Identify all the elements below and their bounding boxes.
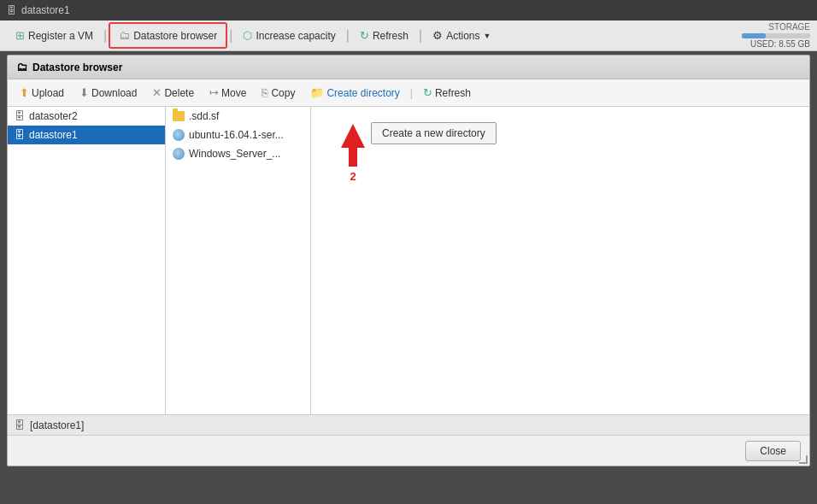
content-area: 🗄 datasoter2 🗄 datastore1 .sdd.sf ubuntu… xyxy=(8,107,809,414)
vm-icon-windows xyxy=(173,148,185,160)
dialog-title-icon: 🗂 xyxy=(16,61,27,73)
storage-bar xyxy=(742,33,810,38)
copy-icon: ⎘ xyxy=(262,86,268,99)
status-db-icon: 🗄 xyxy=(15,419,25,431)
sep1: | xyxy=(102,28,109,44)
download-icon: ⬇ xyxy=(79,86,89,99)
file-list: .sdd.sf ubuntu-16.04.1-ser... Windows_Se… xyxy=(166,107,311,414)
actions-chevron-icon: ▼ xyxy=(483,32,491,40)
datastore-item-datasoter2[interactable]: 🗄 datasoter2 xyxy=(8,107,165,126)
inner-refresh-button[interactable]: ↻ Refresh xyxy=(416,84,478,102)
sep3: | xyxy=(344,28,351,44)
title-bar: 🗄 datastore1 xyxy=(0,0,817,21)
dialog-footer: Close xyxy=(8,435,809,466)
status-text: [datastore1] xyxy=(30,419,84,431)
datastore-item-datastore1[interactable]: 🗄 datastore1 xyxy=(8,126,165,144)
close-button[interactable]: Close xyxy=(745,441,801,461)
actions-icon: ⚙ xyxy=(432,29,443,42)
move-icon: ↦ xyxy=(209,86,219,99)
dialog-title-text: Datastore browser xyxy=(32,62,122,73)
datastore-browser-icon: 🗂 xyxy=(119,29,130,42)
file-item-windows[interactable]: Windows_Server_... xyxy=(166,144,310,163)
register-vm-icon: ⊞ xyxy=(15,29,25,42)
actions-button[interactable]: ⚙ Actions ▼ xyxy=(424,24,499,47)
create-new-directory-tooltip[interactable]: Create a new directory xyxy=(371,122,497,144)
file-item-sdd[interactable]: .sdd.sf xyxy=(166,107,310,126)
increase-capacity-icon: ⬡ xyxy=(243,29,252,42)
delete-button[interactable]: ✕ Delete xyxy=(145,84,201,102)
datastore-browser-button[interactable]: 🗂 Datastore browser xyxy=(109,22,227,49)
inner-sep: | xyxy=(410,87,413,99)
file-item-ubuntu[interactable]: ubuntu-16.04.1-ser... xyxy=(166,126,310,144)
datastore-icon: 🗄 xyxy=(7,5,16,15)
inner-refresh-icon: ↻ xyxy=(423,86,432,99)
register-vm-button[interactable]: ⊞ Register a VM xyxy=(7,24,102,47)
resize-handle[interactable] xyxy=(799,455,808,464)
download-button[interactable]: ⬇ Download xyxy=(73,84,144,102)
inner-toolbar: ⬆ Upload ⬇ Download ✕ Delete ↦ Move ⎘ Co… xyxy=(8,79,809,107)
create-directory-icon: 📁 xyxy=(310,86,324,99)
sep2: | xyxy=(227,28,234,44)
refresh-toolbar-button[interactable]: ↻ Refresh xyxy=(351,24,417,47)
increase-capacity-button[interactable]: ⬡ Increase capacity xyxy=(234,24,344,47)
datastore-list: 🗄 datasoter2 🗄 datastore1 xyxy=(8,107,166,414)
delete-icon: ✕ xyxy=(152,86,162,99)
arrow-shaft xyxy=(349,141,357,167)
sep4: | xyxy=(417,28,424,44)
arrow-label: 2 xyxy=(350,170,356,183)
storage-info: STORAGE USED: 8.55 GB xyxy=(742,22,810,49)
datastore-browser-dialog: 🗂 Datastore browser ⬆ Upload ⬇ Download … xyxy=(7,55,810,466)
window-title: datastore1 xyxy=(21,4,70,16)
folder-icon xyxy=(173,111,185,121)
refresh-toolbar-icon: ↻ xyxy=(360,29,369,42)
create-directory-button[interactable]: 📁 Create directory xyxy=(303,84,406,102)
storage-bar-fill xyxy=(742,33,766,38)
upload-button[interactable]: ⬆ Upload xyxy=(13,84,71,102)
arrow-annotation: 2 xyxy=(341,124,365,183)
right-panel: 2 Create a new directory xyxy=(311,107,809,414)
status-bar: 🗄 [datastore1] xyxy=(8,414,809,435)
copy-button[interactable]: ⎘ Copy xyxy=(255,84,302,102)
vm-icon-ubuntu xyxy=(173,129,185,141)
dialog-title-bar: 🗂 Datastore browser xyxy=(8,56,809,79)
move-button[interactable]: ↦ Move xyxy=(203,84,253,102)
datastore-item-icon: 🗄 xyxy=(15,110,25,122)
datastore-selected-icon: 🗄 xyxy=(15,129,25,141)
upload-icon: ⬆ xyxy=(20,86,29,99)
top-toolbar: ⊞ Register a VM | 🗂 Datastore browser | … xyxy=(0,21,817,51)
